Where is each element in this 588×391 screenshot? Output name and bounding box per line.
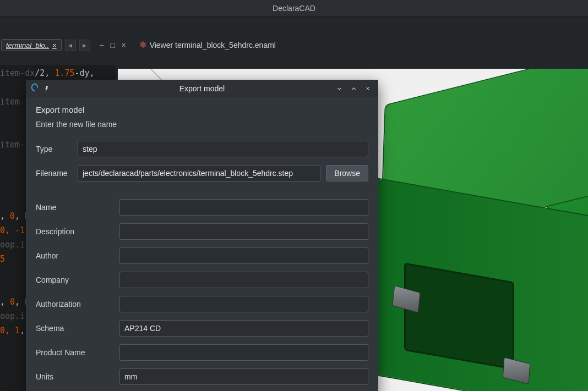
pin-icon[interactable] (42, 84, 52, 94)
type-label: Type (36, 145, 78, 153)
dialog-heading: Export model (36, 105, 368, 114)
filename-label: Filename (36, 169, 78, 178)
gear-icon (139, 41, 146, 50)
minimize-icon[interactable]: − (97, 40, 107, 50)
units-label: Units (36, 372, 119, 381)
type-input[interactable] (78, 141, 368, 157)
product-name-input[interactable] (119, 344, 368, 361)
name-label: Name (36, 203, 119, 212)
dialog-title: Export model (26, 84, 378, 93)
browse-button[interactable]: Browse (326, 165, 368, 181)
company-label: Company (36, 276, 119, 284)
export-dialog: Export model Export model Enter the new … (26, 80, 378, 391)
units-input[interactable] (119, 368, 368, 385)
description-input[interactable] (119, 223, 368, 240)
name-input[interactable] (119, 199, 368, 216)
editor-tabbar: terminal_blo.. × ◂ ▸ − □ × Viewer termin… (0, 37, 588, 53)
author-input[interactable] (119, 247, 368, 264)
tab-next-button[interactable]: ▸ (79, 40, 90, 51)
dialog-minimize-icon[interactable] (333, 82, 345, 95)
close-icon[interactable]: × (52, 41, 57, 49)
author-label: Author (36, 251, 119, 260)
description-label: Description (36, 227, 119, 236)
dialog-titlebar[interactable]: Export model (26, 80, 378, 97)
schema-input[interactable] (119, 320, 368, 337)
schema-label: Schema (36, 324, 119, 333)
company-input[interactable] (119, 272, 368, 288)
viewer-tab-label: Viewer terminal_block_5ehdrc.enaml (150, 41, 276, 49)
app-titlebar: DeclaraCAD (0, 0, 588, 16)
authorization-input[interactable] (119, 296, 368, 312)
maximize-icon[interactable]: □ (108, 40, 118, 50)
dialog-subheading: Enter the new file name (36, 120, 368, 129)
filename-input[interactable] (78, 165, 320, 181)
authorization-label: Authorization (36, 300, 119, 309)
product-name-label: Product Name (36, 348, 119, 357)
file-tab[interactable]: terminal_blo.. × (1, 39, 62, 51)
dialog-close-icon[interactable] (362, 82, 374, 95)
tab-prev-button[interactable]: ◂ (65, 40, 76, 51)
app-title: DeclaraCAD (273, 4, 315, 13)
close-icon[interactable]: × (119, 40, 129, 50)
viewer-tab[interactable]: Viewer terminal_block_5ehdrc.enaml (139, 41, 276, 50)
file-tab-label: terminal_blo.. (6, 41, 49, 49)
app-icon (30, 83, 39, 94)
dialog-maximize-icon[interactable] (347, 82, 360, 95)
